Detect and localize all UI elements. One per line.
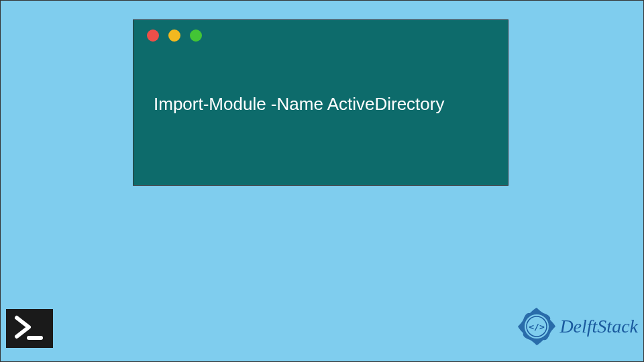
- svg-text:</>: </>: [529, 322, 545, 332]
- minimize-icon: [168, 29, 180, 42]
- delftstack-logo: </> DelftStack: [515, 305, 638, 348]
- delftstack-badge-icon: </>: [515, 305, 558, 348]
- terminal-code: Import-Module -Name ActiveDirectory: [133, 42, 508, 115]
- close-icon: [147, 29, 159, 42]
- maximize-icon: [190, 29, 202, 42]
- terminal-window: Import-Module -Name ActiveDirectory: [133, 19, 508, 186]
- brand-name: DelftStack: [559, 316, 638, 337]
- powershell-icon: [6, 309, 53, 348]
- window-title-bar: [133, 20, 508, 42]
